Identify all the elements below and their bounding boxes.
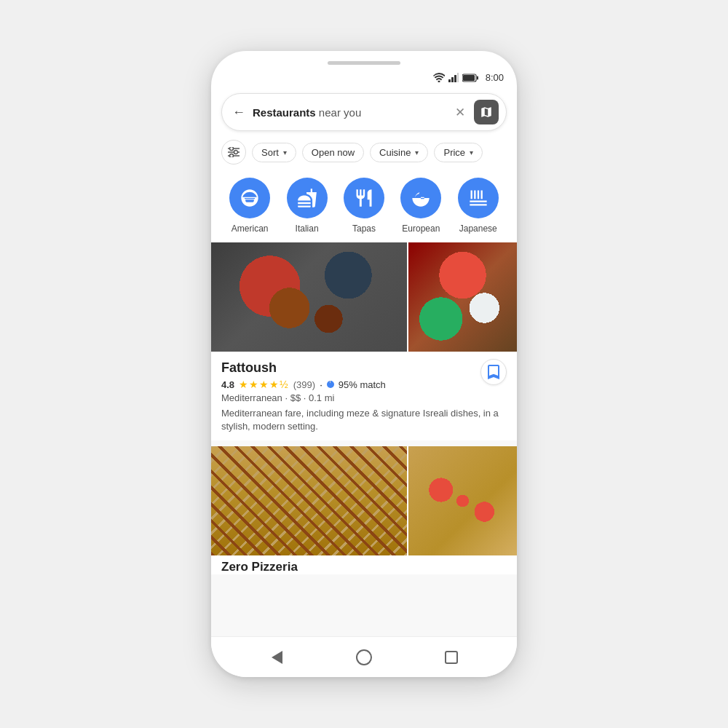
back-triangle-icon	[272, 651, 282, 664]
category-tapas[interactable]: Tapas	[342, 178, 386, 234]
battery-icon	[462, 74, 478, 82]
category-european[interactable]: European	[399, 178, 443, 234]
fattoush-info: Fattoush 4.8 ★★★★½ (399) · 95% match Med…	[211, 352, 517, 440]
svg-rect-2	[454, 75, 456, 82]
match-dot	[327, 381, 334, 388]
match-pct: 95% match	[339, 379, 386, 390]
cuisine-chip-arrow: ▾	[415, 149, 419, 157]
filter-options-button[interactable]	[221, 140, 246, 165]
bowl-icon	[411, 188, 431, 208]
price-chip-label: Price	[443, 147, 465, 158]
zero-pizzeria-images	[211, 446, 517, 555]
phone-shell: 8:00 ← Restaurants near you ✕	[211, 51, 517, 677]
zero-pizzeria-image-side	[408, 446, 517, 555]
fattoush-stars: ★★★★½	[239, 379, 289, 390]
cuisine-chip-label: Cuisine	[379, 147, 411, 158]
nav-back-button[interactable]	[262, 643, 291, 672]
nav-recents-button[interactable]	[437, 643, 466, 672]
svg-point-11	[234, 151, 238, 154]
signal-icon	[448, 73, 459, 82]
back-button[interactable]: ←	[232, 105, 245, 120]
fattoush-image-side	[408, 242, 517, 352]
svg-point-10	[230, 147, 234, 151]
fattoush-bookmark-button[interactable]	[480, 359, 507, 385]
status-icons	[433, 73, 478, 82]
tapas-label: Tapas	[352, 223, 376, 234]
nav-home-button[interactable]	[349, 643, 379, 672]
fattoush-images	[211, 242, 517, 352]
svg-point-12	[230, 154, 234, 158]
fattoush-name: Fattoush	[221, 360, 507, 376]
svg-rect-1	[451, 77, 454, 82]
sort-chip[interactable]: Sort ▾	[252, 143, 296, 162]
svg-rect-6	[477, 76, 478, 79]
search-bar-wrap: ← Restaurants near you ✕	[211, 86, 517, 137]
cuisine-chip[interactable]: Cuisine ▾	[370, 143, 428, 162]
status-bar: 8:00	[211, 69, 517, 86]
filter-chips-row: Sort ▾ Open now Cuisine ▾ Price ▾	[211, 137, 517, 170]
european-label: European	[402, 223, 440, 234]
zero-pizzeria-name: Zero Pizzeria	[211, 555, 517, 574]
fattoush-card[interactable]: Fattoush 4.8 ★★★★½ (399) · 95% match Med…	[211, 242, 517, 440]
home-circle-icon	[356, 649, 372, 665]
sort-chip-label: Sort	[261, 147, 279, 158]
notch-pill	[328, 61, 400, 65]
category-italian[interactable]: Italian	[285, 178, 329, 234]
italian-label: Italian	[296, 223, 319, 234]
cutlery-icon	[354, 188, 374, 208]
results-list: Fattoush 4.8 ★★★★½ (399) · 95% match Med…	[211, 242, 517, 636]
fattoush-image-main	[211, 242, 407, 352]
search-query-bold: Restaurants	[253, 106, 316, 119]
fattoush-rating: 4.8	[221, 379, 234, 390]
zero-pizzeria-card[interactable]: Zero Pizzeria	[211, 446, 517, 574]
american-label: American	[232, 223, 269, 234]
map-icon	[480, 106, 493, 119]
fattoush-review-count: (399)	[293, 379, 315, 390]
european-circle	[400, 178, 441, 218]
status-time: 8:00	[486, 72, 504, 83]
filter-icon	[228, 147, 240, 157]
map-button[interactable]	[474, 100, 499, 124]
bottom-nav	[211, 636, 517, 677]
phone-notch	[211, 51, 517, 69]
open-now-chip-label: Open now	[312, 147, 355, 158]
categories-row: American Italian Tapas	[211, 170, 517, 242]
search-query[interactable]: Restaurants near you	[253, 106, 446, 119]
fattoush-rating-row: 4.8 ★★★★½ (399) · 95% match	[221, 379, 507, 390]
screen: ← Restaurants near you ✕	[211, 86, 517, 636]
japanese-circle	[458, 178, 499, 218]
fattoush-desc: Mediterranean fare, including meze & sig…	[221, 407, 507, 433]
sort-chip-arrow: ▾	[283, 149, 287, 157]
category-japanese[interactable]: Japanese	[456, 178, 500, 234]
clear-button[interactable]: ✕	[455, 105, 465, 120]
search-bar: ← Restaurants near you ✕	[221, 93, 507, 131]
noodles-icon	[468, 188, 488, 208]
burger-icon	[240, 188, 260, 208]
japanese-label: Japanese	[459, 223, 497, 234]
fattoush-meta: Mediterranean · $$ · 0.1 mi	[221, 392, 507, 403]
price-chip[interactable]: Price ▾	[434, 143, 483, 162]
tapas-circle	[344, 178, 384, 218]
search-query-light: near you	[316, 106, 362, 119]
american-circle	[229, 178, 270, 218]
svg-rect-5	[463, 75, 475, 81]
bookmark-icon	[488, 365, 499, 379]
wifi-icon	[433, 73, 445, 82]
fork-icon	[297, 188, 317, 208]
recents-square-icon	[445, 651, 458, 664]
svg-rect-3	[457, 73, 459, 82]
svg-rect-0	[448, 79, 451, 82]
italian-circle	[287, 178, 328, 218]
open-now-chip[interactable]: Open now	[302, 143, 364, 162]
price-chip-arrow: ▾	[470, 149, 473, 157]
zero-pizzeria-image-main	[211, 446, 407, 555]
category-american[interactable]: American	[228, 178, 272, 234]
